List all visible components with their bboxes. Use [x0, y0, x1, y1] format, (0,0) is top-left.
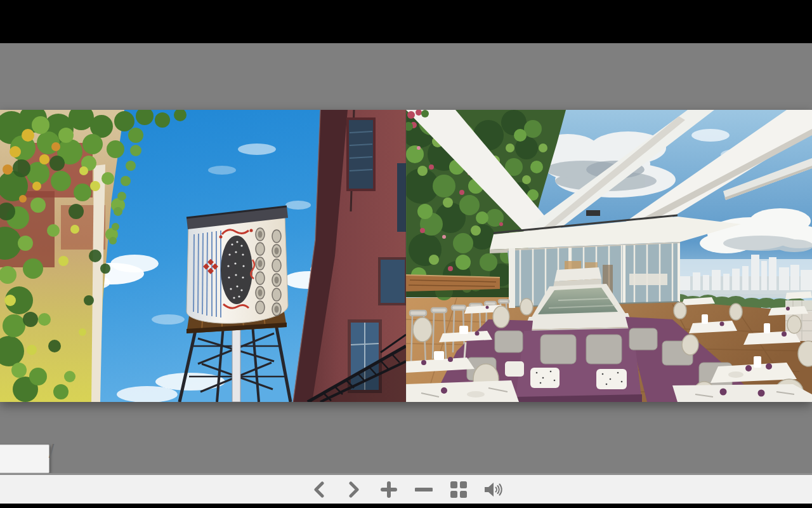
rooftop-terrace-illustration	[406, 110, 812, 402]
plus-icon	[381, 481, 397, 498]
speaker-icon	[483, 481, 503, 498]
bottom-letterbox-bar	[0, 504, 812, 508]
water-tower-illustration	[0, 110, 406, 402]
right-page-photo-rooftop-terrace[interactable]	[406, 110, 812, 402]
top-letterbox-bar	[0, 0, 812, 43]
thumbnails-button[interactable]	[450, 480, 467, 499]
page-seam-divider	[405, 110, 407, 402]
zoom-out-button[interactable]	[416, 480, 432, 499]
page-number-input[interactable]	[0, 444, 49, 473]
previous-page-button[interactable]	[311, 480, 327, 499]
page-indicator-separator: /	[49, 441, 54, 462]
viewer-stage: / 50	[0, 43, 812, 473]
left-page-photo-water-tower[interactable]	[0, 110, 406, 402]
sound-button[interactable]	[485, 480, 502, 499]
chevron-right-icon	[347, 481, 361, 498]
zoom-in-button[interactable]	[381, 480, 397, 499]
page-spread	[0, 110, 812, 402]
flipbook-viewer-window: / 50	[0, 0, 812, 508]
minus-icon	[415, 481, 433, 498]
next-page-button[interactable]	[346, 480, 362, 499]
bottom-toolbar	[0, 473, 812, 504]
grid-icon	[450, 481, 467, 498]
chevron-left-icon	[312, 481, 326, 498]
